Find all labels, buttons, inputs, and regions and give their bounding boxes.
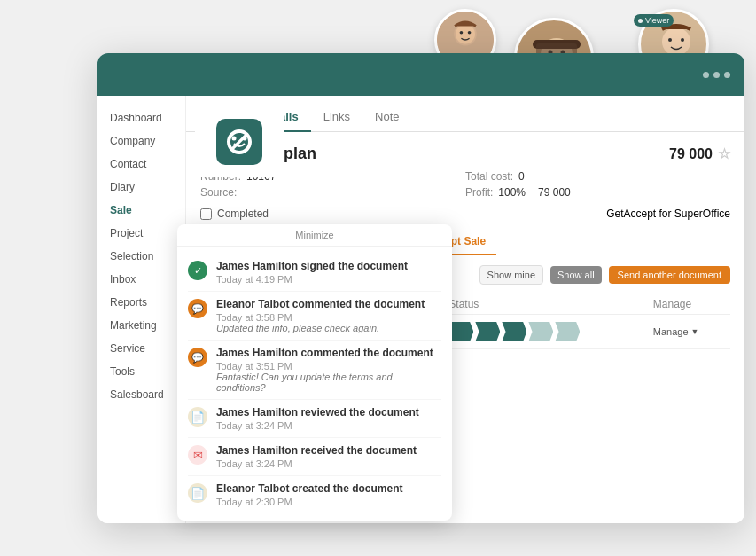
minimize-button[interactable]: Minimize [177, 224, 452, 247]
svg-point-12 [662, 27, 690, 56]
plan-price: 79 000 ☆ [669, 145, 730, 162]
completed-row: Completed GetAccept for SuperOffice [200, 208, 730, 220]
doc-manage: Manage ▼ [646, 315, 730, 349]
activity-quote-2: Fantastic! Can you update the terms and … [216, 372, 441, 393]
logo-area [195, 106, 284, 177]
profit-label: Profit: [465, 186, 493, 199]
col-status: Status [441, 294, 646, 315]
activity-text-0: James Hamilton signed the document Today… [216, 260, 441, 285]
activity-time-2: Today at 3:51 PM [216, 361, 441, 372]
svg-point-14 [681, 38, 684, 42]
send-another-document-button[interactable]: Send another document [609, 266, 730, 284]
activity-text-3: James Hamilton reviewed the document Tod… [216, 406, 441, 431]
header-bar [97, 53, 744, 96]
activity-item-5: 📄 Eleanor Talbot created the document To… [188, 476, 441, 513]
activity-text-1: Eleanor Talbot commented the document To… [216, 298, 441, 333]
activity-item-0: ✓ James Hamilton signed the document Tod… [188, 254, 441, 292]
tab-links[interactable]: Links [311, 103, 362, 132]
header-menu-dots[interactable] [703, 72, 730, 78]
activity-text-5: Eleanor Talbot created the document Toda… [216, 482, 441, 507]
tab-note[interactable]: Note [362, 103, 411, 132]
sidebar-item-sale[interactable]: Sale [97, 199, 185, 222]
activity-time-3: Today at 3:24 PM [216, 420, 441, 431]
svg-point-2 [456, 25, 475, 44]
sidebar-item-marketing[interactable]: Marketing [97, 314, 185, 337]
activity-item-2: 💬 James Hamilton commented the document … [188, 341, 441, 400]
activity-title-2: James Hamilton commented the document [216, 347, 441, 359]
activity-item-4: ✉ James Hamilton received the document T… [188, 438, 441, 476]
show-all-button[interactable]: Show all [550, 266, 602, 284]
sidebar-item-contact[interactable]: Contact [97, 153, 185, 176]
status-seg-4 [528, 322, 553, 341]
manage-button[interactable]: Manage ▼ [653, 326, 723, 337]
sidebar-item-tools[interactable]: Tools [97, 360, 185, 383]
activity-title-4: James Hamilton received the document [216, 444, 441, 457]
activity-popup: Minimize ✓ James Hamilton signed the doc… [177, 224, 452, 521]
activity-item-1: 💬 Eleanor Talbot commented the document … [188, 292, 441, 341]
status-seg-2 [475, 322, 500, 341]
sidebar-item-project[interactable]: Project [97, 222, 185, 245]
sidebar: Dashboard Company Contact Diary Sale Pro… [97, 96, 186, 523]
status-seg-5 [555, 322, 580, 341]
activity-icon-doc-2: 📄 [188, 483, 207, 503]
activity-time-1: Today at 3:58 PM [216, 312, 441, 323]
activity-icon-check: ✓ [188, 261, 207, 280]
status-seg-1 [448, 322, 473, 341]
activity-icon-doc-1: 📄 [188, 407, 207, 427]
profit-percent: 100% [498, 186, 526, 199]
star-icon[interactable]: ☆ [718, 145, 730, 162]
completed-checkbox[interactable] [200, 208, 212, 220]
activity-item-3: 📄 James Hamilton reviewed the document T… [188, 400, 441, 438]
completed-label: Completed [217, 208, 269, 220]
service-label: GetAccept for SuperOffice [606, 208, 730, 220]
activity-time-4: Today at 3:24 PM [216, 458, 441, 469]
logo-icon [216, 119, 262, 165]
total-cost-value: 0 [518, 170, 525, 183]
activity-time-0: Today at 4:19 PM [216, 274, 441, 285]
status-seg-3 [502, 322, 526, 341]
svg-point-24 [232, 137, 237, 141]
svg-point-4 [468, 31, 472, 35]
viewer-label-2: Viewer [634, 14, 674, 27]
activity-icon-comment-1: 💬 [188, 299, 207, 318]
activity-quote-1: Updated the info, please check again. [216, 323, 441, 333]
doc-status [441, 315, 646, 349]
sidebar-item-company[interactable]: Company [97, 129, 185, 153]
svg-point-25 [243, 137, 247, 141]
total-cost-label: Total cost: [465, 170, 513, 183]
activity-text-4: James Hamilton received the document Tod… [216, 444, 441, 469]
activity-icon-mail: ✉ [188, 445, 207, 465]
manage-arrow-icon: ▼ [691, 327, 699, 336]
source-label: Source: [200, 186, 237, 199]
activity-title-1: Eleanor Talbot commented the document [216, 298, 441, 310]
col-manage: Manage [646, 294, 730, 315]
svg-point-13 [668, 38, 672, 42]
status-bar [448, 322, 639, 341]
activity-title-3: James Hamilton reviewed the document [216, 406, 441, 419]
activity-time-5: Today at 2:30 PM [216, 497, 441, 507]
show-mine-button[interactable]: Show mine [479, 265, 543, 285]
svg-point-3 [460, 31, 464, 35]
sidebar-item-reports[interactable]: Reports [97, 291, 185, 314]
activity-text-2: James Hamilton commented the document To… [216, 347, 441, 393]
sidebar-item-diary[interactable]: Diary [97, 176, 185, 199]
sidebar-item-dashboard[interactable]: Dashboard [97, 106, 185, 129]
activity-list: ✓ James Hamilton signed the document Tod… [177, 247, 452, 521]
activity-icon-comment-2: 💬 [188, 348, 207, 367]
activity-title-0: James Hamilton signed the document [216, 260, 441, 272]
sidebar-item-inbox[interactable]: Inbox [97, 268, 185, 291]
profit-value: 79 000 [538, 186, 571, 199]
sidebar-item-salesboard[interactable]: Salesboard [97, 383, 185, 406]
sidebar-item-selection[interactable]: Selection [97, 245, 185, 268]
activity-title-5: Eleanor Talbot created the document [216, 482, 441, 495]
sidebar-item-service[interactable]: Service [97, 337, 185, 360]
